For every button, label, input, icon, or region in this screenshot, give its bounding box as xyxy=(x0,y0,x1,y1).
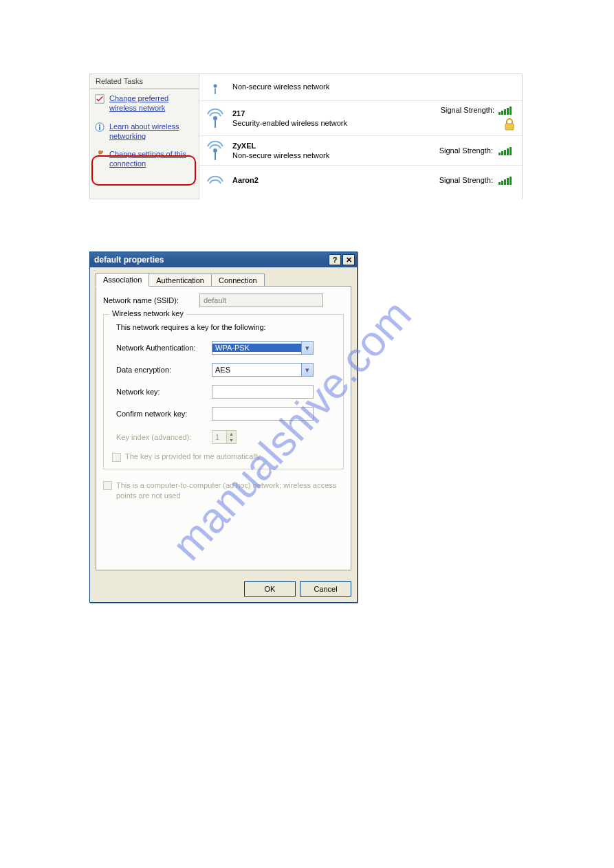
enc-select[interactable]: AES ▾ xyxy=(212,363,314,377)
svg-point-2 xyxy=(99,124,100,125)
signal-area: Signal Strength: xyxy=(441,105,516,131)
network-row[interactable]: 217 Security-enabled wireless network Si… xyxy=(199,101,522,136)
network-row[interactable]: Non-secure wireless network xyxy=(199,74,522,101)
tab-authentication[interactable]: Authentication xyxy=(149,274,212,287)
network-name: Aaron2 xyxy=(232,176,432,184)
network-name: ZyXEL xyxy=(232,142,432,150)
adhoc-label: This is a computer-to-computer (ad hoc) … xyxy=(116,480,340,502)
ssid-label: Network name (SSID): xyxy=(103,296,199,304)
wifi-antenna-icon xyxy=(205,76,226,96)
network-row[interactable]: ZyXEL Non-secure wireless network Signal… xyxy=(199,136,522,166)
fieldset-legend: Wireless network key xyxy=(109,309,186,318)
sidebar-header: Related Tasks xyxy=(90,74,199,89)
tab-connection[interactable]: Connection xyxy=(211,274,265,287)
network-list: Non-secure wireless network 217 Security… xyxy=(199,74,523,199)
signal-label: Signal Strength: xyxy=(441,106,494,114)
task-learn-wireless[interactable]: Learn about wireless networking xyxy=(90,118,199,146)
network-name: 217 xyxy=(232,109,434,118)
cancel-button[interactable]: Cancel xyxy=(300,581,351,597)
key-auto-label: The key is provided for me automatically xyxy=(125,452,261,460)
auth-label: Network Authentication: xyxy=(112,344,212,352)
key-auto-checkbox xyxy=(112,453,121,462)
signal-bars-icon xyxy=(498,105,516,115)
titlebar: default properties ? ✕ xyxy=(90,252,357,267)
wifi-antenna-icon xyxy=(205,170,226,190)
fieldset-note: This network requires a key for the foll… xyxy=(116,323,336,331)
tab-row: Association Authentication Connection xyxy=(96,271,351,287)
signal-area: Signal Strength: xyxy=(439,175,516,185)
network-sub: Security-enabled wireless network xyxy=(232,119,434,127)
wrench-icon xyxy=(94,149,105,160)
related-tasks-sidebar: Related Tasks Change preferred wireless … xyxy=(89,74,199,199)
close-button[interactable]: ✕ xyxy=(342,254,355,265)
info-icon xyxy=(94,122,105,133)
task-link[interactable]: Change preferred wireless network xyxy=(109,93,193,113)
confirmkey-input[interactable] xyxy=(212,407,314,421)
netkey-input[interactable] xyxy=(212,385,314,399)
auth-select[interactable]: WPA-PSK ▾ xyxy=(212,341,314,355)
svg-rect-6 xyxy=(505,124,514,130)
task-link[interactable]: Learn about wireless networking xyxy=(109,122,193,142)
tab-panel: Network name (SSID): Wireless network ke… xyxy=(96,286,351,570)
signal-label: Signal Strength: xyxy=(439,146,493,155)
checkbox-sheet-icon xyxy=(94,93,105,104)
svg-rect-3 xyxy=(99,126,100,129)
keyindex-value: 1 xyxy=(212,431,226,443)
adhoc-checkbox xyxy=(103,481,112,490)
auth-value: WPA-PSK xyxy=(212,344,301,352)
dialog-title: default properties xyxy=(94,255,164,265)
enc-value: AES xyxy=(212,366,301,374)
chevron-down-icon: ▾ xyxy=(301,364,313,376)
keyindex-label: Key index (advanced): xyxy=(112,433,212,441)
task-change-preferred[interactable]: Change preferred wireless network xyxy=(90,89,199,118)
netkey-label: Network key: xyxy=(112,388,212,396)
wireless-key-fieldset: Wireless network key This network requir… xyxy=(103,314,344,469)
signal-bars-icon xyxy=(498,146,516,155)
enc-label: Data encryption: xyxy=(112,366,212,374)
task-change-settings[interactable]: Change settings of this connection xyxy=(90,145,199,173)
properties-dialog: default properties ? ✕ Association Authe… xyxy=(89,252,358,603)
lock-icon xyxy=(503,118,516,131)
wireless-panel: Related Tasks Change preferred wireless … xyxy=(89,74,523,199)
signal-area: Signal Strength: xyxy=(439,146,516,155)
network-sub: Non-secure wireless network xyxy=(232,151,432,159)
network-sub: Non-secure wireless network xyxy=(232,82,516,91)
signal-label: Signal Strength: xyxy=(439,176,493,184)
task-link[interactable]: Change settings of this connection xyxy=(109,149,193,169)
ssid-input xyxy=(199,293,323,307)
keyindex-spinner: 1 ▲▼ xyxy=(212,430,237,444)
wifi-antenna-icon xyxy=(205,108,226,129)
network-row[interactable]: Aaron2 Signal Strength: xyxy=(199,166,522,190)
tab-association[interactable]: Association xyxy=(96,273,149,287)
wifi-antenna-icon xyxy=(205,140,226,161)
ok-button[interactable]: OK xyxy=(244,581,296,597)
svg-point-4 xyxy=(213,84,217,87)
spinner-buttons: ▲▼ xyxy=(226,431,236,443)
chevron-down-icon: ▾ xyxy=(301,342,313,354)
help-button[interactable]: ? xyxy=(329,254,341,265)
signal-bars-icon xyxy=(498,175,516,185)
confirmkey-label: Confirm network key: xyxy=(112,410,212,418)
